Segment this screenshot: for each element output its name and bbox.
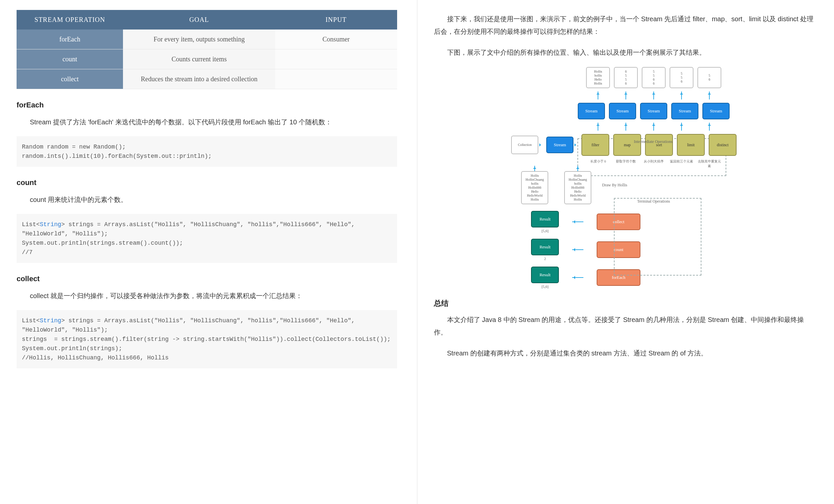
stream-origin-box: Stream	[546, 137, 573, 153]
result-value: [5,6]	[542, 229, 549, 233]
sort-box: sort	[645, 134, 673, 156]
summary-p1: 本文介绍了 Java 8 中的 Stream 的用途，优点等。还接受了 Stre…	[434, 313, 814, 338]
stream-box: Stream	[578, 103, 605, 119]
right-column: 接下来，我们还是使用一张图，来演示下，前文的例子中，当一个 Stream 先后通…	[417, 0, 834, 504]
cell-op: forEach	[17, 29, 123, 49]
stream-diagram: HollishollisHelloHollis 6556 5566 556 56…	[521, 67, 727, 288]
draw-by-label: Draw By Hollis	[602, 183, 627, 188]
out-box-4: 56	[698, 67, 721, 88]
result-value: [5,6]	[542, 285, 549, 288]
stream-operations-table: STREAM OPERATION GOAL INPUT forEach For …	[17, 10, 397, 89]
code-collect: List<String> strings = Arrays.asList("Ho…	[17, 310, 397, 368]
intermediate-ops-label: Intermediate Operations	[634, 139, 672, 144]
cell-op: collect	[17, 69, 123, 89]
limit-box: limit	[677, 134, 705, 156]
source-lists-row: HollisHollisChuanghollisHollis666HelloHe…	[521, 166, 727, 204]
page: STREAM OPERATION GOAL INPUT forEach For …	[0, 0, 834, 504]
cell-input	[275, 69, 397, 89]
terminal-ops-group	[614, 198, 701, 276]
out-box-2: 5566	[642, 67, 665, 88]
table-row: count Counts current items	[17, 49, 397, 69]
code-foreach: Random random = new Random(); random.int…	[17, 136, 397, 167]
heading-summary: 总结	[434, 299, 814, 308]
stream-box: Stream	[702, 103, 730, 119]
stream-list: HollisHollisChuanghollisHollis666HelloHe…	[564, 171, 591, 204]
result-value: 2	[544, 257, 546, 261]
harrow-left-icon	[572, 249, 584, 250]
stream-box: Stream	[609, 103, 636, 119]
heading-count: count	[17, 178, 397, 187]
cell-input	[275, 49, 397, 69]
collection-box: Collection	[511, 136, 538, 154]
stream-box: Stream	[671, 103, 698, 119]
cell-input: Consumer	[275, 29, 397, 49]
result-box: Result	[531, 211, 559, 227]
out-box-0: HollishollisHelloHollis	[586, 67, 610, 88]
cell-goal: Counts current items	[123, 49, 275, 69]
result-box: Result	[531, 239, 559, 255]
para-count: count 用来统计流中的元素个数。	[17, 194, 397, 205]
table-row: forEach For every item, outputs somethin…	[17, 29, 397, 49]
th-op: STREAM OPERATION	[17, 10, 123, 29]
out-box-3: 556	[670, 67, 694, 88]
th-goal: GOAL	[123, 10, 275, 29]
filter-box: filter	[581, 134, 609, 156]
harrow-left-icon	[572, 277, 584, 278]
para-foreach: Stream 提供了方法 'forEach' 来迭代流中的每个数据。以下代码片段…	[17, 116, 397, 128]
th-input: INPUT	[275, 10, 397, 29]
stream-box: Stream	[640, 103, 667, 119]
table-row: collect Reduces the stream into a desire…	[17, 69, 397, 89]
collection-list: HollisHollisChuanghollisHollis666HelloHe…	[521, 171, 548, 204]
harrow-left-icon	[572, 221, 584, 222]
para-intro-2: 下图，展示了文中介绍的所有操作的位置、输入、输出以及使用一个案例展示了其结果。	[434, 46, 814, 59]
cell-op: count	[17, 49, 123, 69]
diagram-stream-row: Stream Stream Stream Stream Stream	[581, 103, 727, 119]
cell-goal: Reduces the stream into a desired collec…	[123, 69, 275, 89]
result-box: Result	[531, 267, 559, 283]
left-column: STREAM OPERATION GOAL INPUT forEach For …	[0, 0, 417, 504]
arrow-row-down	[581, 123, 727, 131]
heading-foreach: forEach	[17, 101, 397, 109]
arrow-row-up	[581, 91, 727, 100]
terminal-ops-label: Terminal Operations	[637, 199, 670, 204]
heading-collect: collect	[17, 275, 397, 283]
cell-goal: For every item, outputs something	[123, 29, 275, 49]
summary-p2: Stream 的创建有两种方式，分别是通过集合类的 stream 方法、通过 S…	[434, 347, 814, 359]
distinct-box: distinct	[709, 134, 737, 156]
map-box: map	[613, 134, 641, 156]
pipeline-row: Collection Stream filter map sort limit …	[521, 134, 727, 156]
code-count: List<String> strings = Arrays.asList("Ho…	[17, 214, 397, 263]
para-collect: collect 就是一个归约操作，可以接受各种做法作为参数，将流中的元素累积成一…	[17, 290, 397, 302]
out-box-1: 6556	[614, 67, 638, 88]
para-intro-1: 接下来，我们还是使用一张图，来演示下，前文的例子中，当一个 Stream 先后通…	[434, 13, 814, 38]
diagram-output-row: HollishollisHelloHollis 6556 5566 556 56	[581, 67, 727, 88]
